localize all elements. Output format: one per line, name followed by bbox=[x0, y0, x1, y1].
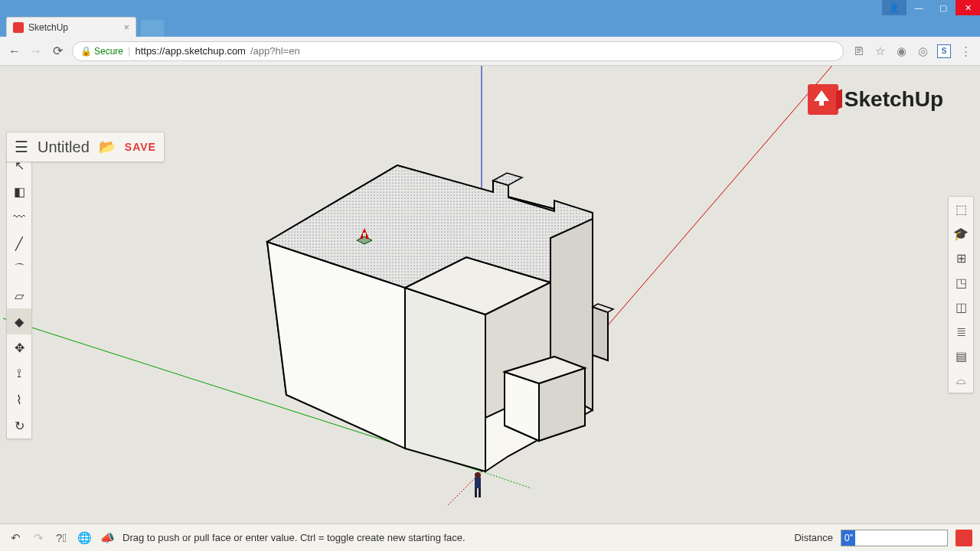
tool-freehand[interactable]: 〰 bbox=[7, 204, 31, 230]
panel-display[interactable]: ⌓ bbox=[949, 368, 973, 393]
panel-materials[interactable]: ◳ bbox=[949, 270, 973, 295]
window-close-button[interactable]: ✕ bbox=[956, 0, 980, 15]
browser-menu-icon[interactable]: ⋮ bbox=[959, 44, 972, 58]
status-bar: ↶ ↷ ?⃝ 🌐 📣 Drag to push or pull face or … bbox=[0, 523, 980, 551]
window-minimize-button[interactable]: — bbox=[906, 0, 931, 15]
open-folder-icon[interactable]: 📂 bbox=[99, 139, 116, 155]
status-hint: Drag to push or pull face or enter value… bbox=[122, 532, 786, 543]
sketchup-extension-icon[interactable]: S bbox=[937, 44, 951, 58]
redo-icon[interactable]: ↷ bbox=[31, 531, 46, 545]
new-tab-button[interactable] bbox=[141, 20, 164, 37]
tool-rectangle[interactable]: ▱ bbox=[7, 282, 31, 308]
panel-components[interactable]: ⊞ bbox=[949, 246, 973, 270]
hamburger-menu-icon[interactable]: ☰ bbox=[15, 138, 28, 156]
tool-paint[interactable]: ⌇ bbox=[7, 386, 31, 412]
url-path: /app?hl=en bbox=[250, 45, 300, 57]
panel-entity-info[interactable]: ⬚ bbox=[949, 197, 973, 221]
secure-lock-icon: 🔒 Secure bbox=[80, 46, 123, 57]
feedback-icon[interactable]: 📣 bbox=[100, 531, 115, 545]
tool-tape[interactable]: ⟟ bbox=[7, 360, 31, 386]
sketchup-logo: SketchUp bbox=[808, 84, 943, 115]
browser-toolbar: ← → ⟳ 🔒 Secure | https://app.sketchup.co… bbox=[0, 37, 980, 66]
secure-label: Secure bbox=[94, 46, 123, 57]
right-panel-bar: ⬚🎓⊞◳◫≣▤⌓ bbox=[948, 196, 974, 393]
scale-figure bbox=[475, 472, 481, 497]
green-axis-pos bbox=[482, 471, 531, 488]
tab-title: SketchUp bbox=[28, 22, 68, 33]
back-button[interactable]: ← bbox=[8, 44, 21, 58]
vcb-input[interactable] bbox=[841, 530, 948, 546]
svg-point-15 bbox=[475, 472, 481, 478]
app-header: ☰ Untitled 📂 SAVE bbox=[6, 132, 165, 162]
tool-orbit[interactable]: ↻ bbox=[7, 412, 31, 439]
svg-rect-18 bbox=[479, 488, 481, 497]
svg-marker-3 bbox=[405, 288, 485, 471]
tool-eraser[interactable]: ◧ bbox=[7, 178, 31, 204]
sketchup-logo-icon bbox=[808, 84, 838, 115]
browser-tabstrip: SketchUp × bbox=[0, 15, 980, 37]
tool-arc[interactable]: ⌒ bbox=[7, 256, 31, 282]
document-title: Untitled bbox=[38, 139, 90, 156]
extension-globe-icon[interactable]: ◉ bbox=[894, 44, 908, 58]
window-maximize-button[interactable]: ▢ bbox=[931, 0, 956, 15]
panel-styles[interactable]: ◫ bbox=[949, 295, 973, 319]
address-bar[interactable]: 🔒 Secure | https://app.sketchup.com/app?… bbox=[72, 41, 844, 61]
vcb-label: Distance bbox=[794, 532, 833, 543]
window-user-button[interactable]: 👤 bbox=[882, 0, 906, 15]
extension-shield-icon[interactable]: ◎ bbox=[916, 44, 929, 58]
modeling-viewport[interactable]: ☰ Untitled 📂 SAVE ↖◧〰╱⌒▱◆✥⟟⌇↻ ⬚🎓⊞◳◫≣▤⌓ S… bbox=[0, 66, 980, 523]
svg-rect-16 bbox=[475, 478, 481, 488]
left-toolbar: ↖◧〰╱⌒▱◆✥⟟⌇↻ bbox=[6, 152, 32, 439]
url-host: https://app.sketchup.com bbox=[135, 45, 246, 57]
browser-tab[interactable]: SketchUp × bbox=[6, 17, 136, 37]
sketchup-corner-icon[interactable] bbox=[956, 530, 972, 546]
tool-move[interactable]: ✥ bbox=[7, 334, 31, 360]
forward-button: → bbox=[29, 44, 43, 58]
reload-button[interactable]: ⟳ bbox=[51, 44, 64, 58]
translate-icon[interactable]: 🖹 bbox=[851, 44, 865, 58]
svg-rect-17 bbox=[475, 488, 477, 497]
tool-pushpull[interactable]: ◆ bbox=[7, 308, 31, 334]
panel-layers[interactable]: ≣ bbox=[949, 319, 973, 344]
svg-marker-7 bbox=[593, 307, 608, 360]
help-icon[interactable]: ?⃝ bbox=[54, 531, 69, 544]
tool-line[interactable]: ╱ bbox=[7, 230, 31, 256]
undo-icon[interactable]: ↶ bbox=[8, 531, 23, 545]
save-button[interactable]: SAVE bbox=[125, 141, 156, 153]
panel-scenes[interactable]: ▤ bbox=[949, 344, 973, 368]
sketchup-favicon-icon bbox=[13, 22, 24, 33]
bookmark-star-icon[interactable]: ☆ bbox=[873, 44, 887, 58]
window-titlebar: 👤 — ▢ ✕ bbox=[0, 0, 980, 15]
tab-close-icon[interactable]: × bbox=[123, 21, 129, 33]
language-icon[interactable]: 🌐 bbox=[77, 531, 92, 545]
panel-instructor[interactable]: 🎓 bbox=[949, 221, 973, 246]
sketchup-logo-text: SketchUp bbox=[844, 87, 943, 112]
